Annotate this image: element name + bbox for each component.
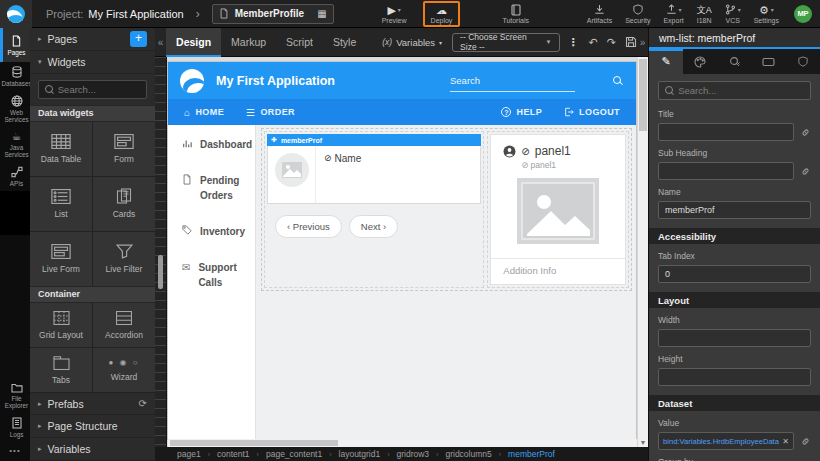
width-field-input[interactable] [658, 329, 811, 347]
app-search-input[interactable] [450, 75, 575, 86]
breadcrumb-item[interactable]: gridcolumn5 [445, 449, 491, 459]
tab-events[interactable] [717, 49, 751, 74]
name-field-input[interactable] [658, 201, 811, 219]
value-binding-field[interactable]: bind:Variables.HrdbEmployeeData.data ✕ [658, 432, 794, 450]
variables-section-header[interactable]: ▸ Variables [30, 438, 155, 461]
nav-logout[interactable]: LOGOUT [564, 107, 620, 117]
panel-image-placeholder[interactable] [517, 178, 599, 244]
grid-column-panel[interactable]: ⊘ panel1 ⊘ panel1 [487, 131, 629, 288]
scrollbar-thumb[interactable] [170, 440, 338, 446]
user-avatar[interactable]: MP [794, 5, 812, 23]
properties-search[interactable] [658, 81, 811, 100]
breadcrumb-item-active[interactable]: memberProf [508, 449, 555, 459]
breadcrumb-item[interactable]: page_content1 [266, 449, 322, 459]
layout-grid-row[interactable]: ✚ memberProf [261, 128, 632, 291]
undo-button[interactable]: ↶ [589, 36, 598, 49]
app-search-field[interactable] [450, 70, 575, 92]
settings-button[interactable]: ⚙▾ Settings [754, 4, 779, 24]
properties-search-input[interactable] [678, 85, 804, 96]
wavemaker-logo[interactable] [0, 0, 32, 28]
vcs-button[interactable]: ▾ VCS [725, 4, 741, 24]
rail-item-web-services[interactable]: Web Services [0, 91, 30, 127]
page-selector[interactable]: MemberProfile ▦ [212, 4, 334, 24]
list-item-template[interactable]: ⊘ Name [267, 146, 481, 204]
export-button[interactable]: ▾ Export [663, 4, 683, 24]
ruler-scrollbar-thumb[interactable] [158, 255, 163, 289]
clear-binding-button[interactable]: ✕ [782, 437, 789, 446]
previous-page-button[interactable]: ‹ Previous [275, 215, 342, 238]
collapse-right-panel-button[interactable]: » [637, 37, 648, 48]
redo-button[interactable]: ↷ [607, 36, 616, 49]
breadcrumb-item[interactable]: page1 [177, 449, 201, 459]
widget-tile-wizard[interactable]: ● ◉ ○ Wizard [93, 348, 155, 392]
widget-search[interactable] [38, 80, 147, 99]
preview-button[interactable]: ▶▾ Preview [382, 4, 407, 24]
layout-section-header[interactable]: Layout [649, 292, 820, 308]
grid-column-list[interactable]: ✚ memberProf [264, 131, 484, 288]
prefabs-section-header[interactable]: ▸ Prefabs ⟳ [30, 392, 155, 415]
menu-item-inventory[interactable]: Inventory [182, 224, 255, 239]
collapse-left-panel-button[interactable]: « [155, 37, 166, 48]
artifacts-button[interactable]: Artifacts [587, 4, 612, 24]
breadcrumb-item[interactable]: gridrow3 [396, 449, 429, 459]
tab-styles[interactable] [683, 49, 717, 74]
selected-widget-header[interactable]: ✚ memberProf [267, 134, 481, 146]
more-options-button[interactable]: ⋮ [568, 36, 579, 49]
nav-help[interactable]: ? HELP [501, 107, 542, 117]
bind-link-icon[interactable] [800, 166, 811, 177]
deploy-button[interactable]: ☁↑ Deploy [431, 4, 453, 24]
rail-item-java-services[interactable]: ☕ Java Services [0, 127, 30, 162]
tab-design[interactable]: Design [166, 28, 221, 57]
tab-style[interactable]: Style [323, 28, 366, 57]
menu-item-dashboard[interactable]: Dashboard [182, 137, 255, 152]
page-structure-section-header[interactable]: ▸ Page Structure [30, 415, 155, 438]
tutorials-button[interactable]: Tutorials [502, 4, 529, 24]
accessibility-section-header[interactable]: Accessibility [649, 228, 820, 244]
app-search-icon[interactable] [613, 76, 622, 85]
panel1-widget[interactable]: ⊘ panel1 ⊘ panel1 [490, 134, 626, 285]
widget-tile-cards[interactable]: Cards [93, 177, 155, 231]
scroll-down-arrow-icon[interactable]: ▼ [638, 439, 648, 446]
breadcrumb-item[interactable]: layoutgrid1 [339, 449, 381, 459]
widget-tile-accordion[interactable]: Accordion [93, 303, 155, 347]
widget-tile-data-table[interactable]: Data Table [30, 122, 92, 176]
widget-tile-grid-layout[interactable]: Grid Layout [30, 303, 92, 347]
canvas-horizontal-scrollbar[interactable] [168, 439, 637, 447]
rail-item-databases[interactable]: Databases [0, 62, 30, 91]
tab-markup[interactable]: Markup [221, 28, 276, 57]
security-button[interactable]: Security [625, 4, 650, 24]
tab-script[interactable]: Script [276, 28, 323, 57]
menu-item-support-calls[interactable]: ✉ Support Calls [182, 260, 255, 290]
rail-item-file-explorer[interactable]: File Explorer [0, 378, 30, 413]
widget-tile-list[interactable]: List [30, 177, 92, 231]
rail-more-button[interactable]: ••• [0, 442, 30, 461]
widget-tile-tabs[interactable]: Tabs [30, 348, 92, 392]
variables-dropdown[interactable]: (x) Variables ▾ [382, 37, 442, 48]
screen-size-dropdown[interactable]: -- Choose Screen Size -- ▼ [452, 33, 559, 52]
next-page-button[interactable]: Next › [349, 215, 398, 238]
i18n-button[interactable]: 文A I18N [697, 4, 712, 24]
scrollbar-thumb[interactable] [639, 59, 647, 131]
refresh-icon[interactable]: ⟳ [139, 398, 147, 409]
nav-order[interactable]: ☰ ORDER [246, 107, 295, 118]
rail-item-logs[interactable]: Logs [0, 413, 30, 442]
tab-security[interactable] [786, 49, 820, 74]
tab-device[interactable] [752, 49, 786, 74]
save-button[interactable] [625, 36, 637, 48]
breadcrumb-item[interactable]: content1 [217, 449, 250, 459]
canvas-vertical-scrollbar[interactable]: ▼ [637, 57, 648, 447]
widget-search-input[interactable] [58, 84, 140, 95]
dataset-section-header[interactable]: Dataset [649, 395, 820, 411]
widget-tile-live-form[interactable]: Live Form [30, 232, 92, 286]
bind-link-icon[interactable] [800, 127, 811, 138]
widget-tile-live-filter[interactable]: Live Filter [93, 232, 155, 286]
menu-item-pending-orders[interactable]: Pending Orders [182, 173, 255, 203]
tab-properties[interactable]: ✎ [649, 49, 683, 74]
title-field-input[interactable] [658, 123, 794, 141]
widget-tile-form[interactable]: Form [93, 122, 155, 176]
add-page-button[interactable]: + [130, 31, 147, 47]
height-field-input[interactable] [658, 368, 811, 386]
list-item-name-field[interactable]: ⊘ Name [316, 146, 361, 203]
bind-link-icon[interactable] [800, 436, 811, 447]
subheading-field-input[interactable] [658, 162, 794, 180]
